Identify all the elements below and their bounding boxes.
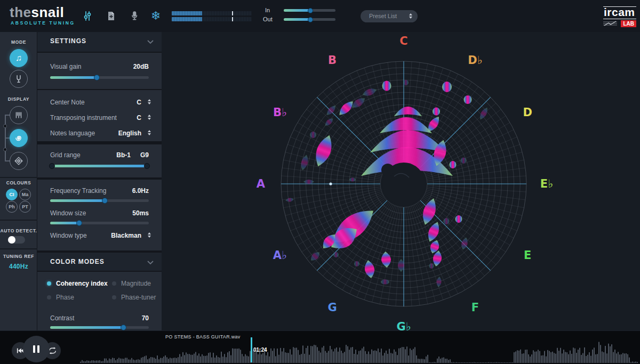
colour-pt-button[interactable]: PT [19, 201, 31, 213]
snail-blob [444, 218, 450, 224]
divider [0, 177, 37, 178]
connector-stub [5, 160, 10, 161]
radio-coherency-index[interactable]: Coherency index [47, 280, 108, 287]
window-size-label: Window size [50, 209, 86, 217]
transposing-stepper[interactable] [148, 115, 151, 120]
slider-knob[interactable] [308, 8, 313, 13]
radio-phase[interactable]: Phase [47, 294, 74, 301]
waveform[interactable] [0, 339, 640, 363]
microphone-icon[interactable] [127, 9, 142, 23]
color-modes-header[interactable]: COLOR MODES [37, 253, 162, 271]
snail-blob [381, 280, 389, 285]
contrast-slider[interactable] [50, 326, 149, 329]
auto-detect-toggle[interactable] [8, 236, 25, 244]
color-modes-header-title: COLOR MODES [50, 258, 105, 265]
connector-stub [5, 137, 10, 139]
out-label: Out [263, 16, 273, 22]
visual-gain-section: Visual gain 20dB [37, 53, 162, 89]
slider-fill [284, 9, 310, 12]
grid-range-label: Grid range [50, 151, 81, 159]
snail-dot [329, 182, 332, 185]
center-note-stepper[interactable] [148, 99, 151, 104]
slider-knob[interactable] [94, 75, 100, 80]
window-type-label: Window type [50, 232, 87, 239]
mode-section-label: MODE [0, 39, 37, 45]
slider-fill [50, 165, 149, 167]
playhead[interactable]: 01:24 [251, 337, 252, 362]
settings-panel: SETTINGS Visual gain 20dB Center Note C … [37, 32, 162, 330]
note-label-A: A [257, 177, 266, 190]
file-add-icon[interactable] [103, 9, 118, 23]
note-label-G: G [327, 301, 337, 314]
note-label-A♭: A♭ [273, 249, 287, 262]
slider-knob[interactable] [102, 198, 108, 204]
colour-ci-button[interactable]: CI [6, 189, 18, 200]
snail-blob [354, 261, 359, 266]
logo-the: the [10, 4, 31, 20]
slider-knob[interactable] [76, 220, 82, 226]
mixer-icon[interactable] [80, 9, 95, 23]
radio-dot [47, 281, 51, 286]
chevron-down-icon [147, 260, 154, 265]
slider-knob[interactable] [121, 325, 126, 330]
meter-tick [232, 11, 233, 15]
grid-range-high: G9 [140, 151, 149, 159]
visual-gain-slider[interactable] [50, 76, 149, 79]
note-label-F: F [471, 301, 479, 314]
snail-blob [285, 197, 294, 202]
snail-blob [442, 82, 452, 92]
snail-blob [478, 106, 490, 121]
snail-blob [460, 237, 469, 250]
piano-icon [13, 110, 24, 120]
slider-fill [50, 326, 123, 329]
meter-tick [232, 17, 233, 21]
output-gain-slider[interactable] [284, 18, 335, 21]
connector-dot [3, 148, 7, 151]
snail-visualization: CD♭DE♭EFG♭GA♭AB♭B [162, 32, 640, 330]
track-name: PO STEMS - BASS GUITAR.wav [165, 334, 241, 339]
freq-tracking-slider[interactable] [50, 199, 149, 202]
note-label-D♭: D♭ [468, 54, 482, 67]
colour-ph-button[interactable]: Ph [6, 201, 18, 213]
tuning-ref-label: TUNING REF [0, 254, 37, 259]
pause-button[interactable] [23, 336, 50, 362]
colour-ma-button[interactable]: Ma [19, 189, 31, 200]
notes-language-value: English [118, 130, 141, 137]
window-size-slider[interactable] [50, 222, 149, 224]
display-tuner-button[interactable] [10, 152, 28, 170]
tuning-ref-value[interactable]: 440Hz [0, 263, 37, 270]
radio-label: Phase-tuner [121, 294, 156, 301]
contrast-label: Contrast [50, 314, 74, 322]
mode-tuning-fork-button[interactable] [10, 70, 28, 88]
radio-magnitude[interactable]: Magnitude [112, 280, 151, 287]
window-type-stepper[interactable] [148, 232, 151, 238]
transposing-label: Transposing instrument [50, 114, 117, 122]
grid-range-low: Bb-1 [116, 151, 131, 159]
note-label-B: B [328, 54, 337, 67]
grid-range-slider[interactable] [50, 165, 149, 167]
radio-dot [47, 295, 51, 300]
freq-tracking-value: 6.0Hz [132, 187, 149, 195]
snail-blob [303, 180, 314, 184]
range-knob-low[interactable] [49, 163, 55, 169]
preset-list-dropdown[interactable]: Preset List [361, 10, 418, 22]
freq-tracking-label: Frequency Tracking [50, 187, 106, 195]
transposing-value: C [137, 114, 141, 122]
range-knob-high[interactable] [144, 163, 150, 169]
snail-blob [436, 277, 442, 288]
notes-language-stepper[interactable] [148, 130, 151, 135]
brand-name: ircam [603, 6, 636, 19]
input-gain-slider[interactable] [284, 9, 335, 12]
settings-header[interactable]: SETTINGS [37, 32, 162, 52]
display-piano-button[interactable] [10, 106, 28, 124]
notes-language-label: Notes language [50, 130, 95, 137]
display-snail-button[interactable] [10, 129, 28, 147]
preset-list-label: Preset List [369, 13, 397, 19]
radio-phase-tuner[interactable]: Phase-tuner [112, 294, 156, 301]
slider-knob[interactable] [308, 17, 313, 22]
mode-music-button[interactable]: ♫ [10, 49, 28, 67]
snowflake-icon[interactable]: ❄ [148, 9, 163, 23]
note-label-G♭: G♭ [396, 320, 411, 330]
window-size-value: 50ms [132, 209, 149, 217]
visual-gain-value: 20dB [133, 63, 149, 70]
